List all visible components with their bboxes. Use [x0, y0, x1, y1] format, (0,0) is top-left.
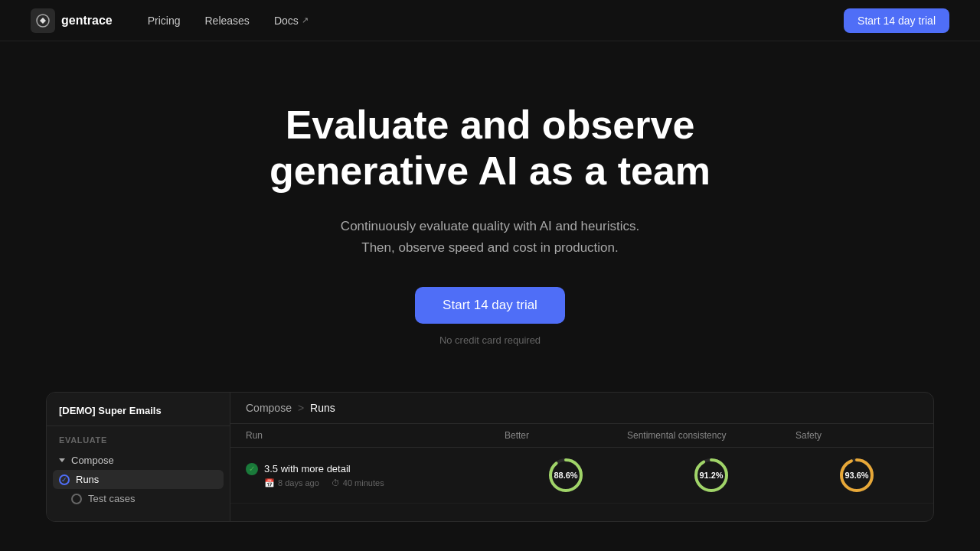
run-info: ✓ 3.5 with more detail 📅 8 days ago ⏱ 40… [246, 463, 505, 488]
sidebar-item-runs[interactable]: ✓ Runs [53, 470, 224, 489]
test-cases-check-icon [71, 494, 82, 504]
demo-widget: [DEMO] Super Emails Evaluate Compose ✓ R… [46, 392, 934, 522]
run-name: ✓ 3.5 with more detail [246, 463, 505, 475]
hero-subtitle: Continuously evaluate quality with AI an… [341, 216, 639, 260]
run-meta: 📅 8 days ago ⏱ 40 minutes [246, 478, 505, 488]
nav-cta-button[interactable]: Start 14 day trial [844, 8, 949, 33]
chevron-down-icon [59, 458, 65, 462]
nav-docs[interactable]: Docs ↗ [263, 10, 319, 31]
clock-icon: ⏱ [332, 478, 340, 487]
logo-icon [31, 8, 55, 33]
nav-releases[interactable]: Releases [194, 10, 260, 31]
sidebar-compose-row[interactable]: Compose [47, 451, 230, 470]
safety-donut: 93.6% [837, 455, 877, 495]
table-row[interactable]: ✓ 3.5 with more detail 📅 8 days ago ⏱ 40… [230, 448, 933, 504]
project-name: [DEMO] Super Emails [47, 405, 230, 426]
demo-main: Compose > Runs Run Better Sentimental co… [230, 393, 933, 521]
hero-note: No credit card required [439, 334, 541, 346]
table-header: Run Better Sentimental consistency Safet… [230, 424, 933, 448]
hero-title: Evaluate and observe generative AI as a … [270, 103, 710, 194]
hero-section: Evaluate and observe generative AI as a … [0, 41, 980, 392]
nav-pricing[interactable]: Pricing [137, 10, 191, 31]
breadcrumb-runs: Runs [310, 402, 335, 414]
run-duration: ⏱ 40 minutes [332, 478, 384, 488]
calendar-icon: 📅 [264, 478, 275, 488]
better-label: 88.6% [554, 471, 577, 480]
breadcrumb-compose: Compose [246, 402, 292, 414]
sidebar-item-test-cases[interactable]: Test cases [59, 489, 230, 508]
run-date: 📅 8 days ago [264, 478, 319, 488]
sentimental-donut: 91.2% [691, 455, 731, 495]
sentimental-label: 91.2% [699, 471, 723, 480]
evaluate-label: Evaluate [47, 435, 230, 451]
breadcrumb-separator: > [298, 402, 304, 414]
nav-links: Pricing Releases Docs ↗ [137, 10, 844, 31]
external-link-icon: ↗ [302, 15, 309, 25]
hero-cta-button[interactable]: Start 14 day trial [415, 287, 565, 324]
navbar: gentrace Pricing Releases Docs ↗ Start 1… [0, 0, 980, 41]
logo-link[interactable]: gentrace [31, 8, 113, 33]
runs-check-icon: ✓ [59, 474, 70, 485]
better-donut-wrap: 88.6% [505, 455, 627, 495]
run-status-icon: ✓ [246, 463, 258, 475]
safety-donut-wrap: 93.6% [795, 455, 918, 495]
breadcrumb: Compose > Runs [230, 393, 933, 424]
sentimental-donut-wrap: 91.2% [627, 455, 795, 495]
demo-sidebar: [DEMO] Super Emails Evaluate Compose ✓ R… [47, 393, 230, 521]
safety-label: 93.6% [844, 471, 868, 480]
logo-text: gentrace [61, 14, 113, 28]
better-donut: 88.6% [546, 455, 586, 495]
